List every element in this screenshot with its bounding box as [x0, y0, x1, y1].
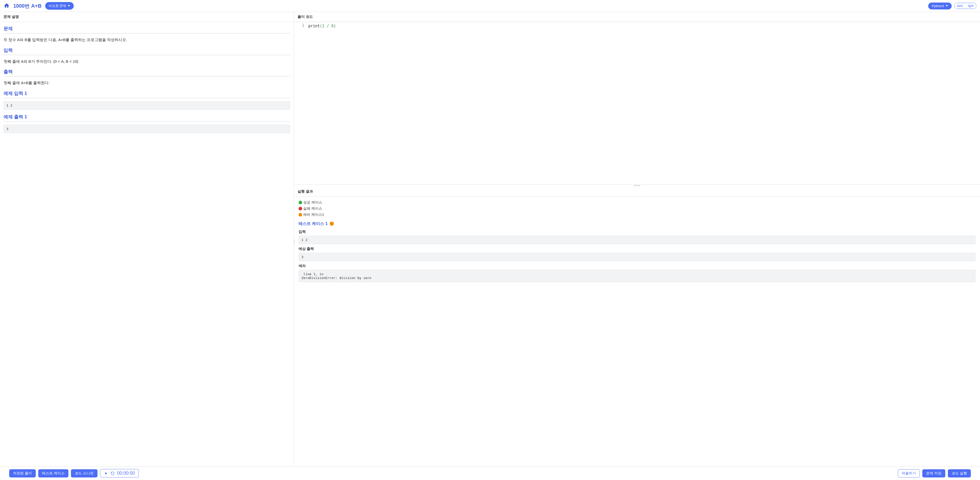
testcase-error-value: line 1, in ZeroDivisionError: division b… [299, 270, 975, 282]
play-icon [104, 471, 108, 475]
chevron-down-icon [68, 5, 70, 7]
language-label: Python3 [932, 4, 944, 8]
orange-dot-icon [299, 213, 302, 217]
line-number: 1 [294, 23, 304, 28]
timer-control[interactable]: 00:00:00 [100, 469, 139, 477]
legend-fail: 실패 케이스 [299, 206, 975, 211]
footer: 저장된 풀이 테스트 케이스 코드 스니핏 00:00:00 제출하기 문제 저… [0, 466, 980, 480]
submit-button[interactable]: 제출하기 [898, 469, 920, 477]
language-select[interactable]: Python3 [928, 3, 952, 10]
code-panel: 풀이 코드 1 print(1 / 0) 실행 결과 성공 케이스 [294, 12, 980, 466]
section-problem-text: 두 정수 A와 B를 입력받은 다음, A+B를 출력하는 프로그램을 작성하시… [3, 36, 290, 43]
legend-error: 에러 케이스1 [299, 212, 975, 217]
testcase-heading: 테스트 케이스 1 [299, 221, 975, 227]
testcase-input-heading: 입력 [299, 230, 975, 234]
chevron-down-icon [945, 5, 948, 7]
header: 1000번 A+B 비슷한 문제 Python3 dark light [0, 0, 980, 12]
legend-success-label: 성공 케이스 [303, 200, 322, 205]
timer-value: 00:00:00 [117, 470, 135, 476]
results-title: 실행 결과 [294, 187, 980, 196]
example-input-value: 1 2 [3, 101, 290, 110]
snippet-button[interactable]: 코드 스니핏 [71, 469, 97, 477]
section-input-heading: 입력 [3, 47, 290, 55]
vertical-split-handle[interactable] [294, 239, 295, 244]
section-problem-heading: 문제 [3, 25, 290, 33]
section-output-text: 첫째 줄에 A+B를 출력한다. [3, 79, 290, 86]
legend-error-label: 에러 케이스1 [303, 212, 324, 217]
section-input-text: 첫째 줄에 A와 B가 주어진다. (0 < A, B < 10) [3, 58, 290, 65]
section-example-input-heading: 예제 입력 1 [3, 90, 290, 98]
similar-problems-label: 비슷한 문제 [49, 3, 66, 8]
theme-dark-option[interactable]: dark [955, 3, 966, 9]
section-example-output-heading: 예제 출력 1 [3, 114, 290, 122]
testcase-title: 테스트 케이스 1 [299, 221, 328, 227]
section-output-heading: 출력 [3, 69, 290, 76]
legend-success: 성공 케이스 [299, 200, 975, 205]
editor-title: 풀이 코드 [294, 12, 980, 22]
editor-gutter: 1 [294, 22, 307, 184]
red-dot-icon [299, 207, 302, 211]
theme-light-option[interactable]: light [966, 3, 976, 9]
green-dot-icon [299, 201, 302, 204]
example-output-value: 3 [3, 125, 290, 133]
home-icon[interactable] [3, 3, 10, 10]
save-problem-button[interactable]: 문제 저장 [922, 469, 945, 477]
testcase-expected-value: 3 [299, 253, 975, 261]
theme-toggle: dark light [954, 3, 977, 9]
problem-panel: 문제 설명 문제 두 정수 A와 B를 입력받은 다음, A+B를 출력하는 프… [0, 12, 294, 466]
problem-title[interactable]: 1000번 A+B [13, 3, 41, 10]
testcase-error-heading: 에러 [299, 264, 975, 268]
horizontal-split-handle[interactable] [294, 185, 980, 187]
testcase-status-icon [330, 222, 334, 226]
testcase-expected-heading: 예상 출력 [299, 247, 975, 251]
saved-solutions-button[interactable]: 저장된 풀이 [9, 469, 36, 477]
testcase-input-value: 1 2 [299, 236, 975, 244]
code-editor[interactable]: 1 print(1 / 0) [294, 22, 980, 184]
testcase-button[interactable]: 테스트 케이스 [38, 469, 68, 477]
problem-panel-title: 문제 설명 [0, 12, 294, 22]
similar-problems-button[interactable]: 비슷한 문제 [45, 2, 74, 10]
code-content[interactable]: print(1 / 0) [307, 22, 980, 184]
legend-fail-label: 실패 케이스 [303, 206, 322, 211]
run-code-button[interactable]: 코드 실행 [948, 469, 971, 477]
reset-icon [110, 471, 115, 475]
